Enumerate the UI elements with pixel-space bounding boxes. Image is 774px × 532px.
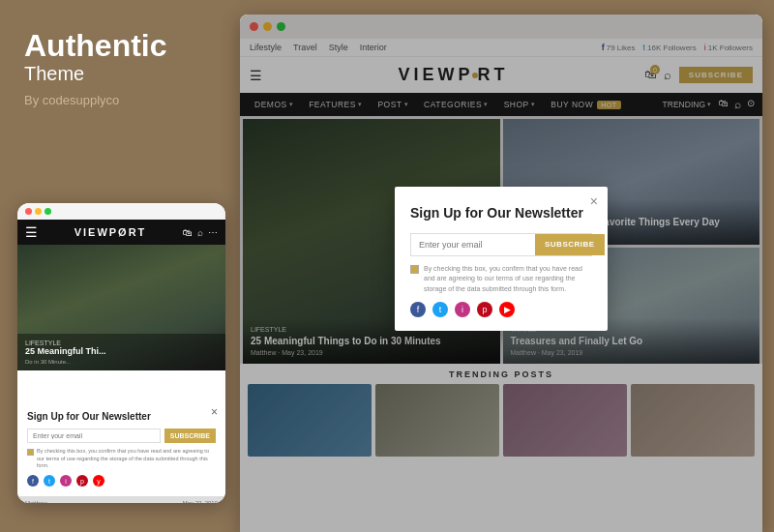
mobile-top-bar [17, 203, 225, 220]
newsletter-close-button[interactable]: × [590, 194, 598, 208]
mobile-newsletter-subscribe-button[interactable]: SUBSCRIBE [164, 429, 216, 443]
mobile-hamburger-icon[interactable]: ☰ [25, 224, 38, 240]
newsletter-facebook-icon[interactable]: f [410, 302, 426, 317]
newsletter-title: Sign Up for Our Newsletter [410, 204, 592, 222]
mobile-newsletter-title: Sign Up for Our Newsletter [27, 410, 216, 423]
mobile-nav-icons: 🛍 ⌕ ⋯ [183, 227, 218, 238]
newsletter-twitter-icon[interactable]: t [432, 302, 448, 317]
newsletter-modal: × Sign Up for Our Newsletter SUBSCRIBE B… [395, 187, 608, 332]
desktop-browser: Lifestyle Travel Style Interior f 79 Lik… [240, 15, 762, 532]
mobile-hero-title: 25 Meaningful Thi... [25, 346, 218, 357]
mobile-hero-category: Lifestyle [25, 340, 218, 346]
mobile-newsletter-checkbox[interactable] [27, 449, 34, 456]
newsletter-socials: f t i p ▶ [410, 302, 592, 317]
mobile-hero-overlay: Lifestyle 25 Meaningful Thi... Do in 30 … [17, 334, 225, 370]
mobile-content: Lifestyle 25 Meaningful Thi... Do in 30 … [17, 245, 225, 496]
mobile-more-icon[interactable]: ⋯ [208, 227, 218, 238]
mobile-meta-date: May 23, 2019 [183, 500, 218, 503]
newsletter-instagram-icon[interactable]: i [455, 302, 470, 317]
mobile-meta-author: Matthew [25, 500, 47, 503]
newsletter-pinterest-icon[interactable]: p [477, 302, 492, 317]
mobile-newsletter-checkbox-row: By checking this box, you confirm that y… [27, 448, 216, 470]
newsletter-input-row: SUBSCRIBE [410, 233, 592, 256]
brand-by: By codesupplyco [24, 93, 216, 107]
mobile-newsletter-email-input[interactable] [27, 429, 161, 443]
newsletter-youtube-icon[interactable]: ▶ [499, 302, 515, 317]
mobile-newsletter-check-text: By checking this box, you confirm that y… [37, 448, 216, 470]
newsletter-subscribe-button[interactable]: SUBSCRIBE [535, 234, 605, 255]
left-panel: Authentic Theme By codesupplyco ☰ VIEWPØ… [0, 0, 240, 532]
brand-subtitle: Theme [24, 63, 216, 85]
newsletter-checkbox[interactable] [410, 265, 419, 274]
mobile-logo: VIEWPØRT [45, 226, 175, 238]
mobile-search-icon[interactable]: ⌕ [197, 227, 203, 238]
mobile-pinterest-icon[interactable]: p [76, 475, 88, 487]
newsletter-email-input[interactable] [411, 234, 535, 255]
mobile-youtube-icon[interactable]: y [93, 475, 104, 487]
mobile-hero-meta: Do in 30 Minute... [25, 359, 218, 365]
newsletter-check-text: By checking this box, you confirm that y… [424, 264, 592, 295]
mobile-mockup: ☰ VIEWPØRT 🛍 ⌕ ⋯ Lifestyle 25 Meaningful… [17, 203, 225, 503]
mobile-twitter-icon[interactable]: t [44, 475, 55, 487]
brand-title: Authentic [24, 29, 216, 63]
mobile-newsletter-popup: × Sign Up for Our Newsletter SUBSCRIBE B… [17, 400, 225, 496]
mobile-newsletter-close-button[interactable]: × [211, 405, 218, 419]
mobile-facebook-icon[interactable]: f [27, 475, 39, 487]
dot-green [45, 208, 51, 215]
mobile-newsletter-input-row: SUBSCRIBE [27, 429, 216, 443]
newsletter-overlay: × Sign Up for Our Newsletter SUBSCRIBE B… [240, 15, 762, 532]
mobile-newsletter-socials: f t i p y [27, 475, 216, 487]
mobile-hero-image: Lifestyle 25 Meaningful Thi... Do in 30 … [17, 245, 225, 370]
dot-yellow [35, 208, 42, 215]
mobile-bag-icon[interactable]: 🛍 [183, 227, 193, 238]
dot-red [25, 208, 32, 215]
newsletter-checkbox-row: By checking this box, you confirm that y… [410, 264, 592, 295]
mobile-nav: ☰ VIEWPØRT 🛍 ⌕ ⋯ [17, 220, 225, 245]
mobile-instagram-icon[interactable]: i [60, 475, 72, 487]
mobile-meta-bar: Matthew May 23, 2019 [17, 496, 225, 503]
